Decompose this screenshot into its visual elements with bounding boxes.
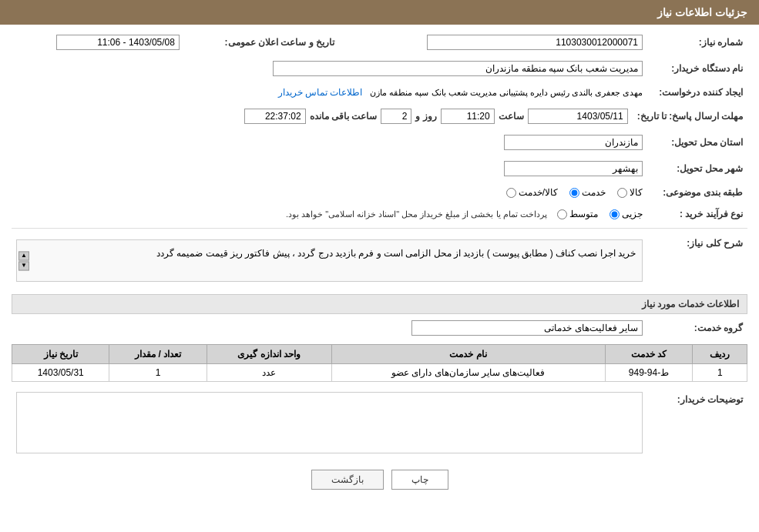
category-kala-radio[interactable] xyxy=(617,188,627,198)
description-scrollbar[interactable]: ▲ ▼ xyxy=(18,251,29,270)
col-header-code: کد خدمت xyxy=(605,345,693,364)
service-group-input[interactable] xyxy=(411,320,643,336)
services-section-title: اطلاعات خدمات مورد نیاز xyxy=(12,294,747,314)
process-note: پرداخت تمام یا بخشی از مبلغ خریداز محل "… xyxy=(286,209,547,219)
process-motavaset-radio[interactable] xyxy=(557,209,567,219)
category-kala-label: کالا xyxy=(630,187,643,198)
process-jozi-label: جزیی xyxy=(622,209,643,219)
services-table: ردیف کد خدمت نام خدمت واحد اندازه گیری ت… xyxy=(12,344,747,382)
back-button[interactable]: بازگشت xyxy=(311,470,384,490)
announce-input[interactable] xyxy=(56,35,180,50)
print-button[interactable]: چاپ xyxy=(391,470,448,490)
description-box: خرید اجرا نصب کناف ( مطابق پیوست ) بازدی… xyxy=(16,239,643,282)
process-motavaset-label: متوسط xyxy=(569,209,598,219)
need-number-label: شماره نیاز: xyxy=(647,32,747,52)
table-cell: 1 xyxy=(693,364,747,382)
category-kala-khedmat-label: کالا/خدمت xyxy=(519,187,558,198)
creator-contact-link[interactable]: اطلاعات تماس خریدار xyxy=(278,87,363,98)
table-cell: عدد xyxy=(207,364,331,382)
scroll-down-btn[interactable]: ▼ xyxy=(18,261,29,270)
table-cell: 1 xyxy=(109,364,207,382)
category-khedmat-radio[interactable] xyxy=(569,188,579,198)
table-cell: ط-94-949 xyxy=(605,364,693,382)
buyer-notes-label: توضیحات خریدار: xyxy=(647,390,747,458)
send-days-input[interactable] xyxy=(381,109,411,124)
send-remaining-input[interactable] xyxy=(244,109,306,124)
category-khedmat-label: خدمت xyxy=(582,187,606,198)
col-header-name: نام خدمت xyxy=(331,345,605,364)
col-header-unit: واحد اندازه گیری xyxy=(207,345,331,364)
category-label: طبقه بندی موضوعی: xyxy=(647,185,747,200)
buyer-org-label: نام دستگاه خریدار: xyxy=(647,59,747,79)
send-time-label: ساعت xyxy=(499,111,524,122)
city-label: شهر محل تحویل: xyxy=(647,159,747,179)
send-days-label: روز و xyxy=(415,111,436,122)
scroll-up-btn[interactable]: ▲ xyxy=(18,251,29,260)
category-kala-khedmat-radio[interactable] xyxy=(506,188,516,198)
creator-value: مهدی جعفری بالندی رئیس دایره پشتیبانی مد… xyxy=(370,88,643,97)
category-khedmat-item: خدمت xyxy=(569,187,606,198)
province-label: استان محل تحویل: xyxy=(647,132,747,152)
table-cell: فعالیت‌های سایر سازمان‌های دارای عضو xyxy=(331,364,605,382)
city-input[interactable] xyxy=(504,161,643,176)
description-text: خرید اجرا نصب کناف ( مطابق پیوست ) بازدی… xyxy=(156,248,636,259)
send-date-label: مهلت ارسال پاسخ: تا تاریخ: xyxy=(633,106,747,126)
announce-label: تاریخ و ساعت اعلان عمومی: xyxy=(184,32,339,52)
process-motavaset-item: متوسط xyxy=(557,209,598,219)
col-header-radif: ردیف xyxy=(693,345,747,364)
col-header-date: تاریخ نیاز xyxy=(12,345,109,364)
buyer-org-input[interactable] xyxy=(273,61,643,76)
buttons-row: چاپ بازگشت xyxy=(12,470,747,490)
category-kala-khedmat-item: کالا/خدمت xyxy=(506,187,558,198)
process-label: نوع فرآیند خرید : xyxy=(647,206,747,222)
process-jozi-item: جزیی xyxy=(610,209,643,219)
col-header-qty: تعداد / مقدار xyxy=(109,345,207,364)
description-label: شرح کلی نیاز: xyxy=(647,233,747,288)
table-row: 1ط-94-949فعالیت‌های سایر سازمان‌های دارا… xyxy=(12,364,747,382)
category-kala-item: کالا xyxy=(617,187,643,198)
creator-label: ایجاد کننده درخواست: xyxy=(647,85,747,100)
table-cell: 1403/05/31 xyxy=(12,364,109,382)
process-jozi-radio[interactable] xyxy=(610,209,620,219)
service-group-label: گروه خدمت: xyxy=(647,318,747,338)
need-number-input[interactable] xyxy=(427,35,643,50)
send-date-input[interactable] xyxy=(528,109,628,124)
page-title: جزئیات اطلاعات نیاز xyxy=(657,6,747,18)
send-time-input[interactable] xyxy=(441,109,495,124)
send-remaining-label: ساعت باقی مانده xyxy=(310,111,378,122)
page-header: جزئیات اطلاعات نیاز xyxy=(0,0,759,25)
buyer-notes-textarea[interactable] xyxy=(16,392,643,453)
province-input[interactable] xyxy=(504,135,643,150)
